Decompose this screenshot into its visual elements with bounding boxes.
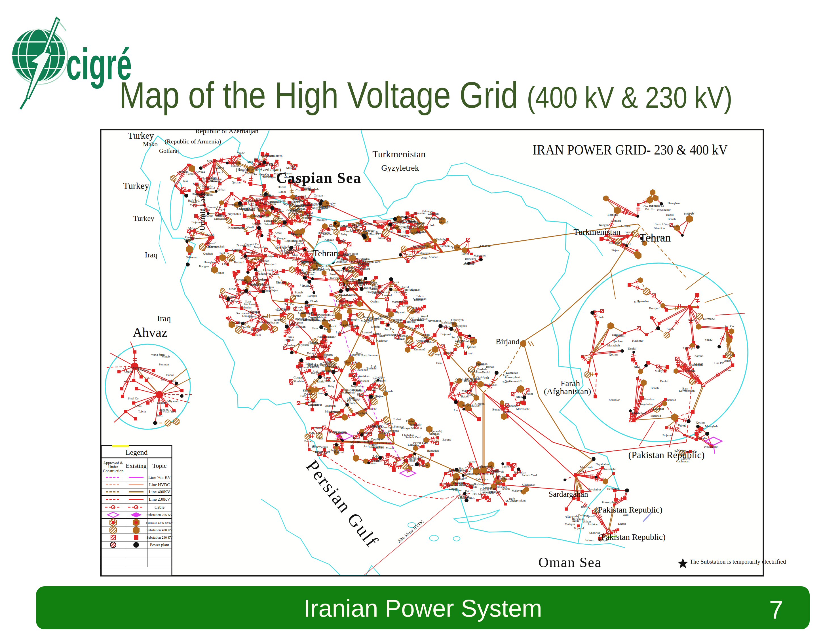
- svg-text:Existing: Existing: [126, 462, 146, 469]
- svg-text:Khash: Khash: [261, 215, 270, 218]
- svg-text:Rafsanjan: Rafsanjan: [572, 517, 584, 520]
- svg-text:Ilam: Ilam: [161, 378, 167, 381]
- svg-text:Power plant: Power plant: [343, 252, 358, 256]
- svg-text:Qeshm: Qeshm: [696, 421, 705, 424]
- svg-text:Cement Co: Cement Co: [377, 441, 391, 445]
- svg-text:Bonab: Bonab: [276, 280, 285, 284]
- svg-text:Sarab: Sarab: [667, 327, 674, 331]
- svg-text:Gas P.P: Gas P.P: [714, 361, 724, 365]
- svg-text:Substation 230 KV: Substation 230 KV: [146, 536, 172, 539]
- svg-text:Kashmar: Kashmar: [578, 513, 589, 517]
- svg-text:Zahedan: Zahedan: [284, 343, 295, 347]
- svg-text:Miyaneh: Miyaneh: [394, 310, 406, 314]
- svg-text:Khash: Khash: [207, 233, 215, 236]
- svg-text:Line 765 KV: Line 765 KV: [148, 475, 171, 480]
- svg-text:Iranshahr: Iranshahr: [384, 333, 396, 336]
- svg-text:Ilam: Ilam: [312, 326, 318, 330]
- svg-text:Chabahar: Chabahar: [256, 272, 267, 275]
- svg-text:Omidiyeh: Omidiyeh: [293, 239, 305, 242]
- svg-text:Jiroft: Jiroft: [633, 300, 640, 304]
- svg-text:Cable: Cable: [154, 505, 164, 509]
- svg-text:Qeshm: Qeshm: [371, 300, 379, 303]
- svg-text:Map of the High Voltage Grid (: Map of the High Voltage Grid (400 kV & 2…: [119, 74, 732, 115]
- svg-text:Malayer: Malayer: [317, 218, 327, 221]
- svg-text:Neyshabur: Neyshabur: [657, 208, 671, 211]
- svg-text:Ahvaz2: Ahvaz2: [206, 241, 216, 245]
- svg-text:Malayer: Malayer: [462, 389, 472, 393]
- svg-text:Behbahan: Behbahan: [313, 363, 326, 367]
- svg-text:Dezful: Dezful: [339, 258, 348, 261]
- svg-text:Jask: Jask: [579, 469, 584, 472]
- svg-text:Zarand: Zarand: [293, 294, 301, 297]
- svg-text:Bafq: Bafq: [340, 232, 347, 236]
- svg-text:Line HVDC: Line HVDC: [149, 483, 170, 487]
- svg-text:(Pakistan Republic): (Pakistan Republic): [598, 532, 665, 542]
- svg-text:Caspian Sea: Caspian Sea: [276, 170, 361, 186]
- svg-text:Ahar: Ahar: [294, 243, 300, 246]
- svg-text:Sanandaj: Sanandaj: [202, 184, 213, 188]
- svg-text:Zahedan: Zahedan: [304, 393, 315, 396]
- svg-text:Saravan: Saravan: [625, 230, 635, 234]
- svg-text:Arak: Arak: [288, 335, 294, 339]
- svg-text:Construction: Construction: [103, 469, 123, 473]
- svg-text:Damghan: Damghan: [668, 201, 680, 205]
- svg-text:Zanjan: Zanjan: [300, 259, 309, 262]
- svg-text:Rasht: Rasht: [228, 258, 234, 261]
- svg-text:Minab: Minab: [504, 477, 512, 481]
- svg-text:Malayer: Malayer: [188, 227, 199, 230]
- svg-text:Jahrom: Jahrom: [426, 216, 435, 220]
- svg-text:Iranshahr: Iranshahr: [604, 467, 616, 471]
- svg-text:Zarand: Zarand: [406, 463, 415, 467]
- svg-text:Quchan: Quchan: [410, 326, 420, 330]
- svg-text:Dezful: Dezful: [623, 242, 631, 246]
- svg-text:Substation 765 KV: Substation 765 KV: [146, 513, 172, 517]
- svg-text:Ahvaz2: Ahvaz2: [213, 170, 223, 174]
- svg-text:Bandar: Bandar: [698, 436, 707, 440]
- svg-text:Bam: Bam: [361, 353, 367, 357]
- svg-text:Malayer: Malayer: [565, 522, 575, 526]
- svg-text:Turkmenistan: Turkmenistan: [573, 227, 620, 237]
- svg-text:Ardakan: Ardakan: [359, 374, 369, 378]
- svg-text:Yazd2: Yazd2: [303, 186, 311, 189]
- svg-text:Shushtar: Shushtar: [609, 398, 620, 401]
- svg-text:Pet. Co: Pet. Co: [250, 311, 260, 315]
- svg-text:Chabahar: Chabahar: [261, 154, 273, 157]
- svg-text:Steel Co: Steel Co: [128, 397, 139, 400]
- svg-text:Torbat: Torbat: [393, 417, 401, 421]
- svg-text:Ilam: Ilam: [216, 164, 221, 168]
- svg-text:Cement Co: Cement Co: [245, 242, 259, 246]
- svg-text:Jahrom: Jahrom: [585, 538, 594, 542]
- svg-text:Bojnurd: Bojnurd: [574, 526, 584, 530]
- svg-text:Arak: Arak: [247, 160, 253, 163]
- svg-text:Hamadan: Hamadan: [414, 211, 426, 215]
- svg-text:Miyaneh: Miyaneh: [235, 278, 247, 281]
- svg-text:Lar: Lar: [454, 409, 458, 412]
- svg-text:Ahvaz2: Ahvaz2: [196, 170, 205, 173]
- svg-text:Fasa: Fasa: [222, 262, 228, 265]
- svg-text:Pet. Co: Pet. Co: [452, 335, 461, 339]
- svg-text:Khash: Khash: [315, 341, 323, 345]
- svg-text:Pet. Co: Pet. Co: [385, 327, 394, 331]
- svg-text:Saravan: Saravan: [368, 442, 378, 446]
- svg-text:Bonab: Bonab: [502, 487, 510, 490]
- svg-text:Ahar: Ahar: [503, 374, 509, 377]
- svg-text:Yazd2: Yazd2: [247, 226, 255, 229]
- svg-text:Babol: Babol: [461, 395, 468, 398]
- svg-text:Quchan: Quchan: [203, 252, 213, 255]
- svg-text:Zanjan: Zanjan: [449, 487, 458, 490]
- svg-text:Pet. Co: Pet. Co: [259, 173, 269, 176]
- svg-text:(Republic of Azerbaijan): (Republic of Azerbaijan): [235, 167, 281, 172]
- svg-text:Steel co: Steel co: [329, 272, 340, 276]
- svg-text:Neyshabur: Neyshabur: [704, 445, 718, 448]
- svg-text:Qeshm: Qeshm: [421, 333, 430, 336]
- svg-text:Chabahar: Chabahar: [277, 245, 288, 248]
- svg-text:Jask: Jask: [430, 223, 435, 227]
- svg-text:(Pakistan Republic): (Pakistan Republic): [595, 505, 662, 515]
- svg-text:Kangan: Kangan: [199, 264, 209, 268]
- svg-text:Substation 230 & 400 KV: Substation 230 & 400 KV: [146, 521, 173, 524]
- svg-text:Line 400KV: Line 400KV: [149, 490, 170, 494]
- svg-text:Chabahar: Chabahar: [350, 228, 362, 232]
- svg-text:Sardargahan: Sardargahan: [549, 490, 588, 498]
- svg-text:Neyshabur: Neyshabur: [228, 212, 241, 215]
- svg-text:Steel Co: Steel Co: [411, 426, 422, 429]
